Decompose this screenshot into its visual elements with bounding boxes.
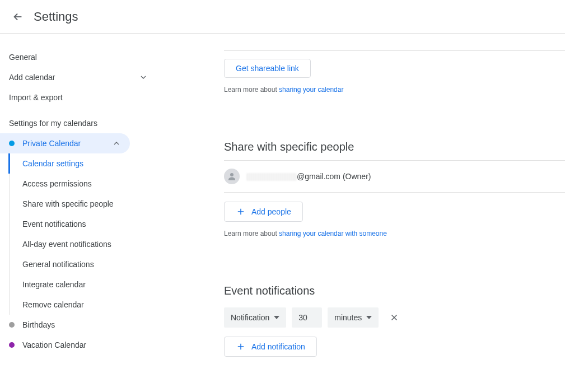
subnav-general-notifications[interactable]: General notifications xyxy=(9,254,157,274)
arrow-left-icon xyxy=(12,11,24,23)
chevron-down-icon xyxy=(139,73,148,82)
help-link-sharing[interactable]: sharing your calendar xyxy=(279,86,343,94)
add-people-button[interactable]: Add people xyxy=(224,202,303,222)
avatar xyxy=(224,169,240,184)
subnav-allday-notifications[interactable]: All-day event notifications xyxy=(9,234,157,254)
calendar-private[interactable]: Private Calendar xyxy=(0,133,130,153)
sidebar-item-import-export[interactable]: Import & export xyxy=(0,87,157,108)
plus-icon xyxy=(236,207,246,217)
help-text: Learn more about sharing your calendar w… xyxy=(224,230,565,237)
calendar-vacation[interactable]: Vacation Calendar xyxy=(0,335,130,355)
sidebar: General Add calendar Import & export Set… xyxy=(0,34,157,392)
share-people-section: Share with specific people @gmail.com (O… xyxy=(224,127,565,237)
select-value: minutes xyxy=(334,313,362,322)
calendar-birthdays[interactable]: Birthdays xyxy=(0,315,130,335)
help-text: Learn more about sharing your calendar xyxy=(224,86,565,94)
calendar-label: Birthdays xyxy=(22,320,55,329)
button-label: Add notification xyxy=(251,342,305,351)
remove-notification-button[interactable] xyxy=(384,307,404,328)
subnav-event-notifications[interactable]: Event notifications xyxy=(9,214,157,234)
sidebar-item-add-calendar[interactable]: Add calendar xyxy=(0,67,157,87)
calendar-color-dot xyxy=(9,141,15,146)
subnav-integrate-calendar[interactable]: Integrate calendar xyxy=(9,274,157,295)
notification-unit-select[interactable]: minutes xyxy=(328,307,379,328)
subnav-calendar-settings[interactable]: Calendar settings xyxy=(8,153,157,174)
calendar-color-dot xyxy=(9,342,15,348)
sidebar-section-heading: Settings for my calendars xyxy=(0,108,157,133)
person-icon xyxy=(227,171,237,181)
back-button[interactable] xyxy=(7,6,29,28)
notification-method-select[interactable]: Notification xyxy=(224,307,286,328)
calendar-label: Private Calendar xyxy=(22,139,81,148)
sidebar-label: Add calendar xyxy=(9,73,55,82)
sidebar-item-general[interactable]: General xyxy=(0,47,157,67)
caret-down-icon xyxy=(274,315,279,320)
caret-down-icon xyxy=(366,315,372,320)
settings-header: Settings xyxy=(0,0,565,34)
shareable-link-section: Get shareable link Learn more about shar… xyxy=(224,34,565,94)
subnav-share-specific[interactable]: Share with specific people xyxy=(9,194,157,214)
subnav-access-permissions[interactable]: Access permissions xyxy=(9,174,157,194)
calendar-label: Vacation Calendar xyxy=(22,340,86,349)
plus-icon xyxy=(236,342,246,352)
chevron-up-icon xyxy=(112,139,121,148)
add-notification-button[interactable]: Add notification xyxy=(224,337,317,357)
event-notifications-section: Event notifications Notification minutes xyxy=(224,271,565,357)
section-title-share: Share with specific people xyxy=(224,141,565,161)
owner-email: @gmail.com (Owner) xyxy=(246,172,371,181)
help-link-sharing-someone[interactable]: sharing your calendar with someone xyxy=(279,230,387,237)
notification-row: Notification minutes xyxy=(224,307,565,328)
calendar-submenu: Calendar settings Access permissions Sha… xyxy=(9,153,157,315)
sidebar-label: Import & export xyxy=(9,93,63,102)
subnav-remove-calendar[interactable]: Remove calendar xyxy=(9,295,157,315)
page-title: Settings xyxy=(34,10,78,24)
notification-value-input[interactable] xyxy=(292,307,322,328)
main-content: Get shareable link Learn more about shar… xyxy=(157,34,565,392)
select-value: Notification xyxy=(231,313,269,322)
redacted-email-local xyxy=(246,173,297,181)
close-icon xyxy=(389,312,399,323)
sidebar-label: General xyxy=(9,53,37,62)
person-row-owner: @gmail.com (Owner) xyxy=(224,161,565,193)
svg-point-0 xyxy=(230,173,234,176)
get-shareable-link-button[interactable]: Get shareable link xyxy=(224,59,311,78)
section-title-notifications: Event notifications xyxy=(224,284,565,297)
button-label: Get shareable link xyxy=(236,64,299,73)
button-label: Add people xyxy=(251,207,291,216)
calendar-color-dot xyxy=(9,322,15,328)
notification-amount-field[interactable] xyxy=(298,313,315,322)
